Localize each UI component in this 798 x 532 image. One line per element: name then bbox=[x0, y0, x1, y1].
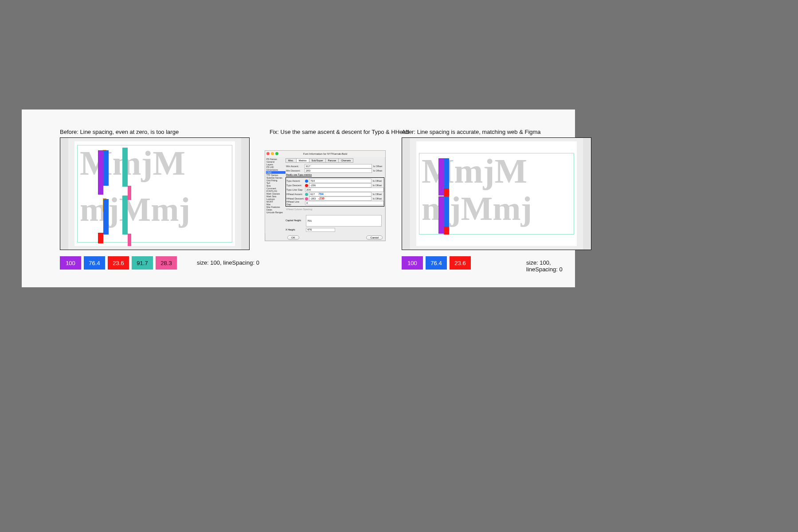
before-title: Before: Line spacing, even at zero, is t… bbox=[60, 129, 179, 135]
color-dot bbox=[305, 184, 308, 187]
after-title: After: Line spacing is accurate, matchin… bbox=[402, 129, 541, 135]
really-use-typo-checkbox[interactable]: Really use Typo metrics bbox=[286, 173, 384, 176]
tab[interactable]: Metrics bbox=[296, 158, 309, 163]
tab[interactable]: Misc. bbox=[286, 158, 296, 163]
fix-title: Fix: Use the same ascent & descent for T… bbox=[270, 129, 409, 135]
dialog-buttons: OK Cancel bbox=[287, 235, 383, 240]
metric-row: Win Descent:283Is Offset bbox=[286, 168, 384, 173]
font-info-dialog: Font Information for NYTKarnak-Bold PS N… bbox=[265, 150, 386, 241]
metric-bars bbox=[98, 146, 147, 246]
offset-label: Is Offset bbox=[372, 169, 384, 172]
metric-row: Typo Line Gap:200 bbox=[286, 188, 384, 192]
before-caption: size: 100, lineSpacing: 0 bbox=[197, 259, 259, 266]
page-surface: MmjM mjMmj bbox=[416, 141, 577, 246]
after-preview: MmjM mjMmj bbox=[402, 137, 591, 250]
bar-blue bbox=[444, 158, 449, 188]
field-label: Typo Line Gap: bbox=[286, 188, 305, 191]
bar-purple bbox=[98, 150, 103, 195]
metric-row: Win Ascent:917Is Offset bbox=[286, 164, 384, 168]
cancel-button[interactable]: Cancel bbox=[366, 235, 383, 240]
close-icon[interactable] bbox=[266, 152, 270, 155]
offset-label: Is Offset bbox=[372, 180, 384, 182]
field-label: Typo Ascent: bbox=[286, 180, 305, 182]
bar-blue-2 bbox=[103, 199, 109, 235]
field-label: Win Ascent: bbox=[286, 165, 305, 168]
bar-blue-2 bbox=[444, 196, 449, 227]
legend-chip: 23.6 bbox=[108, 256, 129, 270]
bar-red-2 bbox=[444, 227, 449, 235]
field-label: Win Descent: bbox=[286, 169, 305, 172]
after-legend: 10076.423.6 bbox=[402, 256, 471, 270]
typo-hhead-group: Typo Ascent:764Is OffsetTypo Descent:-23… bbox=[286, 177, 384, 207]
metric-row: HHead Ascent:917764Is Offset bbox=[286, 192, 384, 196]
tab[interactable]: Sub/Super bbox=[309, 158, 325, 163]
field-input[interactable]: 200 bbox=[305, 188, 384, 192]
bar-red bbox=[444, 188, 449, 196]
tab[interactable]: Charsets bbox=[338, 158, 353, 163]
x-height-row: X Height: 476 bbox=[286, 227, 382, 232]
tab[interactable]: Panose bbox=[325, 158, 339, 163]
color-dot bbox=[305, 197, 308, 200]
legend-chip: 76.4 bbox=[426, 256, 447, 270]
field-input[interactable]: -236 bbox=[309, 183, 372, 188]
field-label: Typo Descent: bbox=[286, 184, 305, 187]
scrollbar-right[interactable] bbox=[241, 138, 249, 250]
offset-label: Is Offset bbox=[372, 184, 384, 187]
field-input[interactable]: 917 bbox=[305, 164, 372, 168]
scrollbar-left[interactable] bbox=[60, 138, 68, 250]
capital-height-label: Capital Height: bbox=[286, 219, 301, 222]
dialog-sidebar[interactable]: PS NamesGeneralLayersPS UIDDimensionsOS/… bbox=[265, 157, 286, 234]
dialog-titlebar: Font Information for NYTKarnak-Bold bbox=[265, 151, 385, 157]
dialog-tabs[interactable]: Misc.MetricsSub/SuperPanoseCharsets bbox=[286, 158, 353, 163]
bar-purple bbox=[438, 158, 444, 196]
field-input[interactable]: 917764 bbox=[309, 192, 372, 196]
capital-height-row: Capital Height: 701 bbox=[286, 215, 382, 227]
color-dot bbox=[305, 180, 308, 183]
legend-chip: 100 bbox=[60, 256, 81, 270]
offset-label: Is Offset bbox=[372, 193, 384, 196]
scrollbar-right[interactable] bbox=[583, 138, 591, 250]
field-input[interactable]: 283 bbox=[305, 168, 372, 173]
bar-purple-2 bbox=[438, 196, 444, 234]
capital-height-input[interactable]: 701 bbox=[306, 215, 382, 227]
figure-canvas: Before: Line spacing, even at zero, is t… bbox=[22, 110, 575, 287]
legend-chip: 23.6 bbox=[450, 256, 471, 270]
before-legend: 10076.423.691.728.3 bbox=[60, 256, 177, 270]
field-input[interactable]: 764 bbox=[309, 179, 372, 183]
x-height-input[interactable]: 476 bbox=[306, 228, 335, 232]
sidebar-item[interactable]: Unicode Ranges bbox=[266, 211, 286, 214]
field-input[interactable]: -283-236 bbox=[309, 196, 372, 201]
color-dot bbox=[305, 193, 308, 196]
minimize-icon[interactable] bbox=[271, 152, 274, 155]
legend-chip: 100 bbox=[402, 256, 423, 270]
legend-chip: 28.3 bbox=[156, 256, 177, 270]
legend-chip: 76.4 bbox=[84, 256, 105, 270]
field-label: HHead Descent: bbox=[286, 197, 305, 200]
field-input[interactable]: 0 bbox=[305, 201, 384, 205]
bar-pink-2 bbox=[128, 234, 131, 246]
ok-button[interactable]: OK bbox=[287, 235, 299, 240]
offset-label: Is Offset bbox=[372, 165, 384, 168]
bar-teal bbox=[122, 148, 128, 187]
vhead-gap-label: VHead Column Spacing: bbox=[286, 207, 384, 211]
bar-red bbox=[98, 233, 103, 243]
bar-pink bbox=[128, 186, 131, 200]
bar-teal-2 bbox=[122, 196, 128, 235]
offset-label: Is Offset bbox=[372, 197, 384, 200]
bar-blue bbox=[103, 150, 109, 186]
annotation: 764 bbox=[318, 192, 324, 196]
page-surface: MmjM mjMmj bbox=[74, 141, 235, 246]
after-caption: size: 100, lineSpacing: 0 bbox=[526, 259, 575, 273]
field-label: HHead Ascent: bbox=[286, 193, 305, 196]
traffic-lights bbox=[266, 152, 278, 155]
dialog-title: Font Information for NYTKarnak-Bold bbox=[303, 153, 347, 155]
legend-chip: 91.7 bbox=[132, 256, 153, 270]
annotation: -236 bbox=[318, 197, 325, 200]
scrollbar-left[interactable] bbox=[402, 138, 410, 250]
metric-row: Typo Ascent:764Is Offset bbox=[286, 179, 384, 183]
metric-row: Typo Descent:-236Is Offset bbox=[286, 183, 384, 188]
metric-row: HHead Line Gap:0 bbox=[286, 201, 384, 205]
before-preview: MmjM mjMmj bbox=[60, 137, 250, 250]
maximize-icon[interactable] bbox=[275, 152, 278, 155]
x-height-label: X Height: bbox=[286, 228, 306, 231]
